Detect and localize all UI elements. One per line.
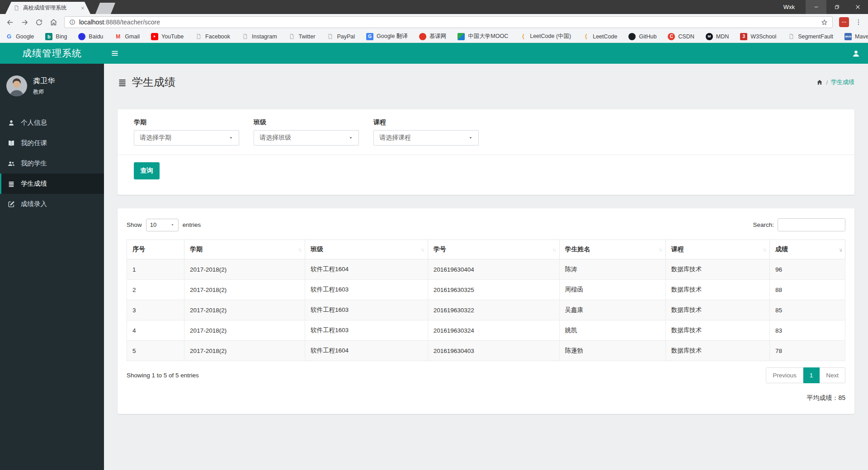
sidebar-item-my-courses[interactable]: 我的任课: [0, 133, 104, 153]
bookmark-item[interactable]: Facebook: [195, 33, 230, 40]
header-user-icon[interactable]: [844, 43, 868, 64]
bookmark-item[interactable]: SegmentFault: [788, 33, 833, 40]
bookmark-item[interactable]: YouTube: [151, 33, 184, 40]
breadcrumb-current[interactable]: 学生成绩: [831, 78, 854, 86]
table-cell: 软件工程1604: [305, 259, 428, 280]
column-header[interactable]: 班级↑↓: [305, 240, 428, 259]
bookmark-item[interactable]: CCSDN: [668, 33, 694, 40]
column-header[interactable]: 学生姓名↑↓: [559, 240, 665, 259]
window-restore-button[interactable]: [826, 0, 847, 14]
filter-label: 学期: [134, 118, 239, 127]
bookmark-item[interactable]: GGoogle: [5, 33, 34, 40]
sort-icon: ↑↓: [763, 247, 766, 252]
refresh-button[interactable]: [33, 16, 45, 28]
bookmark-item[interactable]: ⟨LeetCode: [582, 33, 617, 40]
bookmark-item[interactable]: ⟨LeetCode (中国): [519, 33, 571, 40]
sidebar-nav: 个人信息我的任课我的学生学生成绩成绩录入: [0, 113, 104, 214]
search-control: Search:: [753, 218, 845, 231]
page-length-select[interactable]: 10: [146, 219, 179, 231]
semester-select[interactable]: 请选择学期: [134, 130, 239, 146]
select-placeholder: 请选择班级: [259, 134, 291, 142]
window-close-button[interactable]: [847, 0, 868, 14]
forward-button[interactable]: [18, 16, 31, 28]
bookmark-item[interactable]: PayPal: [326, 33, 355, 40]
filter-label: 课程: [373, 118, 479, 127]
url-host: localhost: [79, 19, 104, 26]
column-header[interactable]: 学期↑↓: [184, 240, 305, 259]
pagination-page-1-button[interactable]: 1: [803, 367, 820, 383]
datatable-controls: Show 10 entries Search:: [127, 218, 845, 231]
search-input[interactable]: [778, 218, 845, 231]
column-header[interactable]: 成绩↑↓: [770, 240, 845, 259]
bookmark-item[interactable]: bBing: [45, 33, 67, 40]
bookmark-item[interactable]: GGoogle 翻译: [366, 33, 408, 40]
sidebar-item-score-entry[interactable]: 成绩录入: [0, 194, 104, 214]
table-row[interactable]: 42017-2018(2)软件工程1603201619630324姚凯数据库技术…: [127, 320, 845, 341]
search-label: Search:: [753, 221, 774, 228]
table-cell: 吴鑫康: [559, 300, 665, 320]
extension-icon[interactable]: [839, 17, 849, 27]
sidebar-item-student-scores[interactable]: 学生成绩: [0, 174, 104, 194]
back-button[interactable]: [4, 16, 16, 28]
gmail-favicon: M: [114, 33, 122, 40]
sidebar-toggle-button[interactable]: [104, 43, 126, 64]
query-button[interactable]: 查询: [134, 162, 160, 179]
bookmark-item[interactable]: 慕课网: [419, 33, 447, 40]
bookmark-label: LeetCode: [593, 33, 617, 40]
bookmark-label: YouTube: [161, 33, 184, 40]
sort-icon: ↑↓: [659, 247, 662, 252]
bookmark-item[interactable]: Twitter: [288, 33, 316, 40]
table-cell: 78: [770, 341, 845, 361]
column-header[interactable]: 学号↑↓: [428, 240, 559, 259]
bookmark-label: 慕课网: [429, 33, 447, 40]
table-cell: 88: [770, 280, 845, 300]
mooc-favicon: [458, 33, 465, 40]
pagination-next-button[interactable]: Next: [820, 367, 845, 383]
table-cell: 2017-2018(2): [184, 341, 305, 361]
course-select[interactable]: 请选择课程: [373, 130, 479, 146]
bookmark-label: CSDN: [678, 33, 694, 40]
bookmark-star-icon[interactable]: [821, 19, 828, 26]
sidebar-item-profile[interactable]: 个人信息: [0, 113, 104, 133]
bookmark-item[interactable]: GitHub: [628, 33, 656, 40]
window-minimize-button[interactable]: [806, 0, 826, 14]
table-row[interactable]: 52017-2018(2)软件工程1604201619630403陈蓬勃数据库技…: [127, 341, 845, 361]
page-title-list-icon: [118, 78, 127, 87]
browser-tab[interactable]: 高校成绩管理系统: [5, 2, 90, 14]
bookmark-item[interactable]: 3W3School: [740, 33, 776, 40]
bookmark-label: Google: [16, 33, 34, 40]
info-icon[interactable]: [69, 19, 75, 25]
table-cell: 姚凯: [559, 320, 665, 341]
breadcrumb-home-icon[interactable]: [816, 79, 823, 85]
bookmark-item[interactable]: MVNMaven Repository: [844, 33, 868, 40]
bookmark-label: Instagram: [252, 33, 277, 40]
browser-menu-icon[interactable]: [853, 16, 864, 28]
pagination-previous-button[interactable]: Previous: [766, 367, 803, 383]
bookmark-item[interactable]: MMDN: [706, 33, 729, 40]
tab-close-icon[interactable]: [80, 6, 85, 10]
sidebar-item-my-students[interactable]: 我的学生: [0, 153, 104, 174]
table-row[interactable]: 12017-2018(2)软件工程1604201619630404陈涛数据库技术…: [127, 259, 845, 280]
table-row[interactable]: 32017-2018(2)软件工程1603201619630322吴鑫康数据库技…: [127, 300, 845, 320]
table-row[interactable]: 22017-2018(2)软件工程1603201619630325周楷函数据库技…: [127, 280, 845, 300]
page-favicon: [195, 33, 202, 40]
class-select[interactable]: 请选择班级: [254, 130, 359, 146]
browser-titlebar: 高校成绩管理系统 Wxk: [0, 0, 868, 14]
bookmark-item[interactable]: MGmail: [114, 33, 140, 40]
browser-toolbar: localhost:8888/teacher/score: [0, 14, 868, 30]
home-button[interactable]: [47, 16, 60, 28]
table-cell: 软件工程1603: [305, 280, 428, 300]
bookmark-item[interactable]: 中国大学MOOC: [458, 33, 508, 40]
table-cell: 数据库技术: [665, 341, 769, 361]
bookmark-label: Twitter: [299, 33, 316, 40]
bookmark-label: MDN: [716, 33, 729, 40]
new-tab-button[interactable]: [95, 3, 115, 14]
app-logo[interactable]: 成绩管理系统: [0, 43, 104, 64]
filter-group-semester: 学期请选择学期: [134, 118, 239, 146]
bookmark-item[interactable]: Baidu: [78, 33, 103, 40]
table-cell: 软件工程1604: [305, 341, 428, 361]
column-header[interactable]: 课程↑↓: [665, 240, 769, 259]
bookmark-item[interactable]: Instagram: [241, 33, 277, 40]
caret-down-icon: [349, 136, 353, 140]
address-bar[interactable]: localhost:8888/teacher/score: [64, 16, 833, 28]
